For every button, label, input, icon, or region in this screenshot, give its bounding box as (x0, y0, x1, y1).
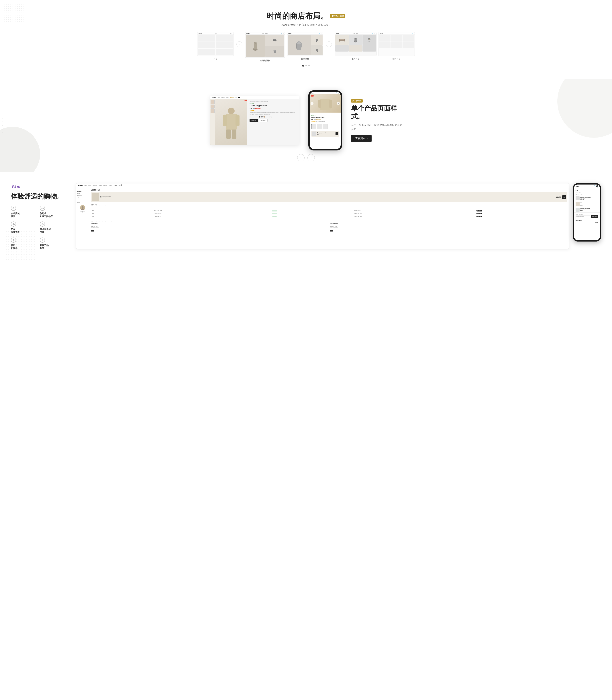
pdp-thumbs-col (210, 99, 215, 145)
sidebar-item-orders[interactable]: Orders (78, 192, 88, 195)
section2-title: 单个产品页面样式。 (351, 104, 402, 120)
pdp-size-s[interactable]: S (267, 116, 269, 118)
billing-title: Billing Address (91, 223, 328, 224)
cart-mobile-demo: Stockie 🔍 🛒 Cart SHOP > CART SHOP > CART (573, 183, 601, 241)
order-action-2: View Order (476, 212, 567, 215)
mobile-breadcrumb: SHOP › CHAIRS & STOOLS › COTTON NAPPED S… (311, 114, 339, 115)
sidebar-item-dashboard[interactable]: Dashboard (78, 190, 88, 192)
mobile-thumb-row (310, 124, 340, 130)
view-demo-btn[interactable]: 查看演示 › (351, 135, 372, 142)
coupon-input[interactable] (575, 215, 590, 218)
featured-product-info: Cotton napped shirt Polos & Shirts (100, 196, 111, 198)
apply-coupon-btn[interactable]: Apply Coupon (591, 215, 598, 218)
mobile-search-icon: 🔍 (336, 92, 337, 94)
cart-item-2-price: $72.00 (580, 205, 597, 206)
mobile-cart-icon: 🛒 (338, 92, 339, 94)
mobile-thumb-1[interactable] (311, 124, 316, 129)
svg-point-36 (228, 108, 235, 114)
view-order-btn-1[interactable]: View Order (476, 210, 482, 211)
sidebar-item-address[interactable]: Address (78, 197, 88, 199)
order-action-1: View Order (476, 209, 567, 212)
svg-rect-15 (316, 39, 318, 41)
dot-3[interactable] (308, 65, 310, 66)
mobile-thumb-3[interactable] (323, 124, 328, 129)
pdp-save-product-btn[interactable]: Save Product (259, 119, 267, 122)
woo-content: Woo 体验舒适的购物。 ⚙ 自动完成搜索 🛍 侧边栏AJAX 购物车 ⊕ 产品… (11, 183, 601, 250)
pdp-color-label: COLOR (255, 116, 258, 117)
pdp-color-tan[interactable] (263, 116, 265, 118)
shipping-edit-btn[interactable]: Edit (330, 230, 333, 232)
section2-next-btn[interactable]: › (307, 154, 315, 162)
dot-1[interactable] (302, 65, 304, 67)
pdp-qty-input[interactable]: 1 (252, 116, 255, 118)
feature-1: ⚙ 自动完成搜索 (11, 206, 34, 218)
dash-nav-projects: Projects ▾ (103, 185, 107, 186)
carousel-next-btn[interactable]: › (326, 41, 332, 47)
layout-label-3: 分散网格 (301, 57, 309, 60)
pdp-add-to-cart-btn[interactable]: Add to Cart (250, 119, 258, 122)
view-demo-arrow-icon: › (367, 137, 368, 140)
view-order-btn-3[interactable]: View Order (476, 216, 482, 217)
order-status-3: Delivered (272, 215, 353, 218)
mobile-logo: Stockie (311, 93, 314, 94)
mobile-cart-add-btn[interactable]: + (335, 132, 338, 135)
layout-strip: StockieShop⊕ ♡ 网格 ‹ StockieShopElements🔍… (4, 32, 608, 62)
order-date-1: February 02, 2019 (154, 209, 272, 212)
dashboard-sidebar: CART Dashboard Orders Downloads Address … (76, 187, 89, 249)
mobile-img-prev-btn[interactable]: ‹ (310, 102, 314, 105)
svg-rect-40 (226, 129, 231, 139)
cart-item-2-remove-btn[interactable]: × (598, 204, 598, 205)
pdp-content: SALE SHOP › POLOS & T-SHIRTS › COTTON NA… (210, 99, 299, 145)
svg-point-34 (2, 129, 3, 129)
svg-rect-21 (339, 39, 340, 42)
pdp-color-gray[interactable] (261, 116, 263, 118)
mobile-price-old: $18 (314, 119, 316, 120)
cart-item-3-remove-btn[interactable]: × (598, 209, 598, 210)
svg-rect-39 (236, 115, 239, 126)
feature-3-title: 产品快速查看 (11, 228, 20, 234)
pdp-size-m[interactable]: M (269, 116, 272, 118)
pdp-thumb-3[interactable] (211, 109, 214, 113)
dot-2[interactable] (305, 65, 307, 66)
pdp-color-black[interactable] (259, 116, 261, 118)
svg-rect-38 (223, 115, 227, 126)
mobile-img-next-btn[interactable]: › (337, 102, 340, 105)
dashboard-title: Dashboard (91, 189, 567, 191)
subtotal-amount: $493.00 (595, 222, 598, 223)
feature-6: ≡ 粘性产品标签 (40, 238, 64, 250)
order-id-1: #4906 (91, 209, 154, 212)
dash-nav-home: Home (84, 185, 87, 186)
billing-edit-btn[interactable]: Edit (91, 230, 94, 232)
sidebar-item-account[interactable]: Account Details (78, 199, 88, 201)
dash-nav-news: News ▾ (99, 185, 102, 186)
svg-point-31 (2, 118, 3, 118)
cart-phone-inner: Stockie 🔍 🛒 Cart SHOP > CART SHOP > CART (574, 184, 600, 240)
sidebar-item-downloads[interactable]: Downloads (78, 195, 88, 197)
phone-inner: Stockie 🔍 🛒 SALE ‹ › (310, 92, 340, 149)
coupon-row: Apply Coupon (575, 215, 598, 218)
pdp-breadcrumb: SHOP › POLOS & T-SHIRTS › COTTON NAPPED … (250, 101, 297, 102)
order-row-1: #4906 February 02, 2019 Delivered $46.00… (91, 209, 567, 212)
view-order-btn-2[interactable]: View Order (476, 213, 482, 214)
featured-product-cart-icon: 🛍 (562, 195, 566, 199)
carousel-prev-btn[interactable]: ‹ (236, 41, 242, 47)
pdp-thumb-2[interactable] (211, 104, 214, 109)
mobile-product-title: Cotton napped shirt (311, 116, 339, 118)
pdp-info: SHOP › POLOS & T-SHIRTS › COTTON NAPPED … (247, 99, 299, 145)
svg-rect-23 (340, 40, 344, 41)
mobile-thumb-2[interactable] (317, 124, 322, 129)
sidebar-item-logout[interactable]: Logout (78, 201, 88, 203)
cart-item-1-remove-btn[interactable]: × (598, 198, 598, 199)
pdp-thumb-1[interactable] (211, 100, 214, 104)
pdp-options: QTY 1 COLOR S S M (250, 116, 297, 118)
pdp-main-image (215, 99, 248, 145)
section1-subtitle: Stockie 为您的商店布局提供了许多选项。 (4, 23, 608, 27)
pdp-images: SALE (210, 99, 248, 145)
section2-prev-btn[interactable]: ‹ (297, 154, 305, 162)
mobile-product-image: SALE ‹ › (310, 94, 340, 113)
mobile-stars: ★★★★☆ 4.7 (3) Write a review (311, 121, 339, 122)
sale-badge: SALE (244, 100, 247, 101)
feature-1-icon: ⚙ (11, 206, 16, 211)
dashboard-content: CART Dashboard Orders Downloads Address … (76, 187, 569, 249)
layout-screen-5: Stockie🔍 (378, 32, 415, 56)
